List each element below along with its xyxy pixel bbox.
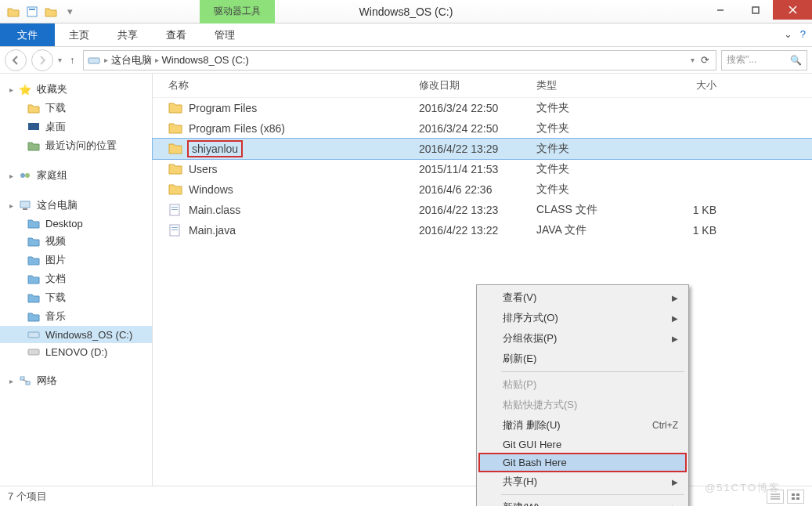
svg-rect-14 xyxy=(20,377,24,380)
menu-item[interactable]: 刷新(E) xyxy=(479,349,686,369)
file-row[interactable]: shiyanlou2016/4/22 13:29文件夹 xyxy=(153,139,812,159)
context-menu: 查看(V)▶排序方式(O)▶分组依据(P)▶刷新(E)粘贴(P)粘贴快捷方式(S… xyxy=(476,284,689,506)
file-row[interactable]: Program Files (x86)2016/3/24 22:50文件夹 xyxy=(153,118,812,139)
breadcrumb[interactable]: ▸ 这台电脑 ▸ Windows8_OS (C:) ▾ ⟳ xyxy=(83,50,717,70)
chevron-right-icon[interactable]: ▸ xyxy=(155,56,159,64)
chevron-icon: ▸ xyxy=(9,85,13,94)
svg-rect-18 xyxy=(171,207,178,208)
watermark: @51CTO博客 xyxy=(705,481,781,495)
menu-item[interactable]: 新建(W)▶ xyxy=(479,497,686,506)
svg-line-16 xyxy=(23,380,27,381)
tree-item[interactable]: 下载 xyxy=(0,288,152,307)
menu-item[interactable]: Git GUI Here xyxy=(479,436,686,454)
tab-home[interactable]: 主页 xyxy=(55,23,103,46)
breadcrumb-path[interactable]: Windows8_OS (C:) xyxy=(162,54,249,66)
menu-label: 刷新(E) xyxy=(503,352,536,366)
contextual-tooltab: 驱动器工具 xyxy=(200,0,275,23)
tree-drive-c[interactable]: Windows8_OS (C:) xyxy=(0,326,152,343)
chevron-right-icon[interactable]: ▸ xyxy=(104,56,108,64)
file-name: Main.class xyxy=(189,204,240,216)
tree-favorites[interactable]: ▸ ⭐ 收藏夹 xyxy=(0,80,152,99)
tab-manage[interactable]: 管理 xyxy=(200,23,249,46)
tree-item[interactable]: 音乐 xyxy=(0,307,152,326)
menu-separator xyxy=(501,494,684,495)
tree-item[interactable]: Desktop xyxy=(0,215,152,232)
tree-network[interactable]: ▸ 网络 xyxy=(0,371,152,390)
menu-item[interactable]: 排序方式(O)▶ xyxy=(479,308,686,328)
forward-button[interactable] xyxy=(31,49,53,71)
tab-file[interactable]: 文件 xyxy=(0,23,55,46)
chevron-right-icon: ▶ xyxy=(672,294,678,302)
menu-label: Git GUI Here xyxy=(503,439,561,450)
icons-view-button[interactable] xyxy=(787,490,804,504)
navigation-tree[interactable]: ▸ ⭐ 收藏夹 下载 桌面 最近访问的位置 ▸ 家庭组 ▸ 这台电脑 Deskt… xyxy=(0,74,153,486)
qat-dropdown-icon[interactable]: ▾ xyxy=(61,3,78,20)
tree-item[interactable]: 文档 xyxy=(0,269,152,288)
svg-rect-11 xyxy=(23,208,27,210)
titlebar: ▾ 驱动器工具 Windows8_OS (C:) xyxy=(0,0,812,23)
menu-item[interactable]: 撤消 删除(U)Ctrl+Z xyxy=(479,415,686,436)
chevron-right-icon: ▶ xyxy=(672,504,678,507)
column-headers[interactable]: 名称 修改日期 类型 大小 xyxy=(153,74,812,98)
menu-label: 新建(W) xyxy=(503,501,540,506)
help-icon[interactable]: ? xyxy=(800,28,806,40)
tab-share[interactable]: 共享 xyxy=(103,23,152,46)
chevron-icon: ▸ xyxy=(9,172,13,180)
tab-view[interactable]: 查看 xyxy=(152,23,200,46)
tree-item[interactable]: 图片 xyxy=(0,251,152,269)
file-row[interactable]: Main.java2016/4/22 13:22JAVA 文件1 KB xyxy=(153,220,812,240)
tree-thispc[interactable]: ▸ 这台电脑 xyxy=(0,196,152,215)
ribbon-expand-icon[interactable]: ⌄ xyxy=(784,28,792,40)
tree-item[interactable]: 视频 xyxy=(0,232,152,251)
maximize-button[interactable] xyxy=(738,0,773,20)
up-button[interactable]: ↑ xyxy=(67,54,78,66)
tree-desktop[interactable]: 桌面 xyxy=(0,117,152,136)
desktop-icon xyxy=(27,121,41,133)
minimize-button[interactable] xyxy=(702,0,738,20)
tree-drive-d[interactable]: LENOVO (D:) xyxy=(0,343,152,360)
col-size[interactable]: 大小 xyxy=(654,78,716,92)
status-bar: 7 个项目 xyxy=(0,486,812,506)
menu-label: 撤消 删除(U) xyxy=(503,418,561,432)
recent-dropdown-icon[interactable]: ▾ xyxy=(58,56,62,64)
svg-rect-15 xyxy=(26,381,30,385)
close-button[interactable] xyxy=(773,0,812,20)
properties-icon[interactable] xyxy=(23,3,41,20)
tree-downloads[interactable]: 下载 xyxy=(0,99,152,117)
drive-icon xyxy=(87,54,101,67)
folder-icon xyxy=(5,3,22,20)
menu-item[interactable]: 查看(V)▶ xyxy=(479,287,686,308)
file-row[interactable]: Users2015/11/4 21:53文件夹 xyxy=(153,159,812,179)
tree-homegroup[interactable]: ▸ 家庭组 xyxy=(0,166,152,185)
svg-rect-0 xyxy=(27,7,37,16)
folder-icon xyxy=(168,102,182,114)
homegroup-icon xyxy=(18,169,32,182)
file-row[interactable]: Program Files2016/3/24 22:50文件夹 xyxy=(153,98,812,118)
menu-label: 粘贴快捷方式(S) xyxy=(503,398,577,412)
tree-recent[interactable]: 最近访问的位置 xyxy=(0,136,152,155)
search-input[interactable]: 搜索"... 🔍 xyxy=(721,50,807,70)
breadcrumb-root[interactable]: 这台电脑 xyxy=(111,53,152,67)
file-name: Users xyxy=(189,163,218,175)
folder-icon xyxy=(168,122,182,135)
folder-icon xyxy=(168,183,182,196)
svg-rect-12 xyxy=(28,332,39,338)
chevron-down-icon[interactable]: ▾ xyxy=(691,56,695,64)
file-row[interactable]: Main.class2016/4/22 13:23CLASS 文件1 KB xyxy=(153,200,812,220)
new-folder-icon[interactable] xyxy=(42,3,60,20)
file-type: 文件夹 xyxy=(536,142,654,156)
file-row[interactable]: Windows2016/4/6 22:36文件夹 xyxy=(153,179,812,200)
back-button[interactable] xyxy=(5,49,27,71)
menu-item[interactable]: Git Bash Here xyxy=(479,454,686,472)
col-date[interactable]: 修改日期 xyxy=(419,78,536,92)
menu-item: 粘贴快捷方式(S) xyxy=(479,395,686,415)
file-date: 2015/11/4 21:53 xyxy=(419,163,536,175)
file-date: 2016/4/22 13:29 xyxy=(419,143,536,155)
col-type[interactable]: 类型 xyxy=(536,78,654,92)
menu-item[interactable]: 共享(H)▶ xyxy=(479,472,686,492)
menu-item[interactable]: 分组依据(P)▶ xyxy=(479,328,686,349)
folder-icon xyxy=(27,102,41,114)
svg-rect-28 xyxy=(792,497,795,500)
refresh-icon[interactable]: ⟳ xyxy=(698,54,713,66)
col-name[interactable]: 名称 xyxy=(168,78,419,92)
